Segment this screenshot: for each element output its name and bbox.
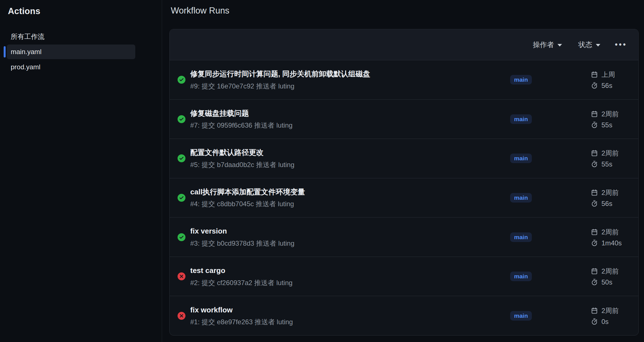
branch-badge[interactable]: main <box>510 272 532 281</box>
run-duration: 55s <box>601 121 612 129</box>
run-when: 上周 <box>601 70 615 79</box>
stopwatch-icon <box>591 318 598 325</box>
workflow-file-list: 所有工作流 main.yaml prod.yaml <box>7 29 135 75</box>
run-duration-line: 1m40s <box>591 239 622 247</box>
sidebar-item-label: 所有工作流 <box>11 32 45 41</box>
run-title-link[interactable]: test cargo <box>190 266 293 275</box>
run-when: 2周前 <box>601 188 619 197</box>
run-when: 2周前 <box>601 306 619 315</box>
stopwatch-icon <box>591 121 598 128</box>
run-date-line: 2周前 <box>591 227 622 236</box>
run-duration: 56s <box>601 82 612 90</box>
stopwatch-icon <box>591 279 598 286</box>
run-when: 2周前 <box>601 109 619 118</box>
stopwatch-icon <box>591 82 598 89</box>
branch-badge[interactable]: main <box>510 75 532 85</box>
chevron-down-icon <box>557 44 562 46</box>
success-check-icon <box>178 76 185 84</box>
branch-badge[interactable]: main <box>510 311 532 321</box>
run-duration-line: 55s <box>591 121 619 129</box>
run-duration: 0s <box>601 317 608 325</box>
active-indicator <box>4 46 6 57</box>
branch-badge[interactable]: main <box>510 154 532 163</box>
run-commit-meta: #1: 提交 e8e97fe263 推送者 luting <box>190 318 293 326</box>
sidebar-item-all-workflows[interactable]: 所有工作流 <box>7 29 135 44</box>
run-time-info: 2周前 1m40s <box>591 227 622 247</box>
workflow-run-row[interactable]: 修复同步运行时间计算问题, 同步关机前卸载默认组磁盘 #9: 提交 16e70e… <box>170 60 638 99</box>
run-duration: 50s <box>601 278 612 286</box>
status-filter-label: 状态 <box>578 40 592 49</box>
run-duration: 55s <box>601 160 612 168</box>
calendar-icon <box>591 307 598 314</box>
run-duration-line: 56s <box>591 82 615 90</box>
workflow-run-row[interactable]: fix workflow #1: 提交 e8e97fe263 推送者 lutin… <box>170 296 638 335</box>
calendar-icon <box>591 150 598 157</box>
run-summary: call执行脚本添加配置文件环境变量 #4: 提交 c8dbb7045c 推送者… <box>190 187 305 208</box>
sidebar-item-label: prod.yaml <box>11 63 40 71</box>
calendar-icon <box>591 189 598 196</box>
run-date-line: 2周前 <box>591 267 619 276</box>
stopwatch-icon <box>591 200 598 207</box>
run-time-info: 上周 56s <box>591 70 615 90</box>
run-summary: 配置文件默认路径更改 #5: 提交 b7daad0b2c 推送者 luting <box>190 148 295 169</box>
run-commit-meta: #9: 提交 16e70e7c92 推送者 luting <box>190 82 370 90</box>
run-duration-line: 50s <box>591 278 619 286</box>
run-time-info: 2周前 50s <box>591 267 619 286</box>
run-date-line: 上周 <box>591 70 615 79</box>
run-duration-line: 56s <box>591 200 619 208</box>
sidebar-item-main-yaml[interactable]: main.yaml <box>7 45 135 59</box>
calendar-icon <box>591 71 598 78</box>
workflow-run-row[interactable]: call执行脚本添加配置文件环境变量 #4: 提交 c8dbb7045c 推送者… <box>170 178 638 217</box>
branch-badge[interactable]: main <box>510 114 532 124</box>
run-duration-line: 0s <box>591 317 619 325</box>
run-title-link[interactable]: 修复磁盘挂载问题 <box>190 109 293 118</box>
success-check-icon <box>178 115 185 123</box>
run-title-link[interactable]: call执行脚本添加配置文件环境变量 <box>190 187 305 197</box>
runs-panel: 操作者 状态 ••• 修复同步运行时间计算问题, 同步关机前卸载默认组磁盘 #9… <box>169 29 639 336</box>
workflow-run-row[interactable]: 配置文件默认路径更改 #5: 提交 b7daad0b2c 推送者 luting … <box>170 139 638 178</box>
run-summary: fix version #3: 提交 b0cd9378d3 推送者 luting <box>190 226 295 247</box>
run-duration-line: 55s <box>591 160 619 168</box>
run-time-info: 2周前 56s <box>591 188 619 208</box>
sidebar-title: Actions <box>8 6 40 16</box>
run-title-link[interactable]: fix workflow <box>190 305 293 315</box>
run-date-line: 2周前 <box>591 306 619 315</box>
actor-filter-dropdown[interactable]: 操作者 <box>533 40 562 49</box>
run-when: 2周前 <box>601 227 619 236</box>
run-date-line: 2周前 <box>591 149 619 158</box>
run-summary: test cargo #2: 提交 cf260937a2 推送者 luting <box>190 266 293 287</box>
run-summary: fix workflow #1: 提交 e8e97fe263 推送者 lutin… <box>190 305 293 326</box>
calendar-icon <box>591 268 598 275</box>
run-title-link[interactable]: 修复同步运行时间计算问题, 同步关机前卸载默认组磁盘 <box>190 69 370 79</box>
failure-x-icon <box>178 312 185 320</box>
run-when: 2周前 <box>601 267 619 276</box>
runs-list: 修复同步运行时间计算问题, 同步关机前卸载默认组磁盘 #9: 提交 16e70e… <box>170 60 638 335</box>
branch-badge[interactable]: main <box>510 193 532 203</box>
run-commit-meta: #7: 提交 0959f6c636 推送者 luting <box>190 121 293 130</box>
calendar-icon <box>591 228 598 236</box>
success-check-icon <box>178 233 185 241</box>
sidebar-item-label: main.yaml <box>11 48 41 56</box>
sidebar-item-prod-yaml[interactable]: prod.yaml <box>7 60 135 74</box>
workflow-run-row[interactable]: test cargo #2: 提交 cf260937a2 推送者 luting … <box>170 257 638 296</box>
run-summary: 修复同步运行时间计算问题, 同步关机前卸载默认组磁盘 #9: 提交 16e70e… <box>190 69 370 90</box>
run-date-line: 2周前 <box>591 188 619 197</box>
run-when: 2周前 <box>601 149 619 158</box>
run-title-link[interactable]: 配置文件默认路径更改 <box>190 148 295 157</box>
status-filter-dropdown[interactable]: 状态 <box>578 40 600 49</box>
run-commit-meta: #3: 提交 b0cd9378d3 推送者 luting <box>190 239 295 248</box>
page-title: Workflow Runs <box>171 6 229 16</box>
workflow-run-row[interactable]: fix version #3: 提交 b0cd9378d3 推送者 luting… <box>170 217 638 257</box>
more-options-icon[interactable]: ••• <box>615 41 627 48</box>
workflow-run-row[interactable]: 修复磁盘挂载问题 #7: 提交 0959f6c636 推送者 luting ma… <box>170 99 638 139</box>
run-title-link[interactable]: fix version <box>190 226 295 236</box>
chevron-down-icon <box>596 44 600 46</box>
calendar-icon <box>591 110 598 117</box>
success-check-icon <box>178 154 185 162</box>
run-time-info: 2周前 55s <box>591 149 619 168</box>
run-duration: 1m40s <box>601 239 622 247</box>
stopwatch-icon <box>591 239 598 246</box>
branch-badge[interactable]: main <box>510 232 532 242</box>
actions-sidebar: Actions 所有工作流 main.yaml prod.yaml <box>0 0 162 342</box>
runs-panel-header: 操作者 状态 ••• <box>170 29 638 60</box>
